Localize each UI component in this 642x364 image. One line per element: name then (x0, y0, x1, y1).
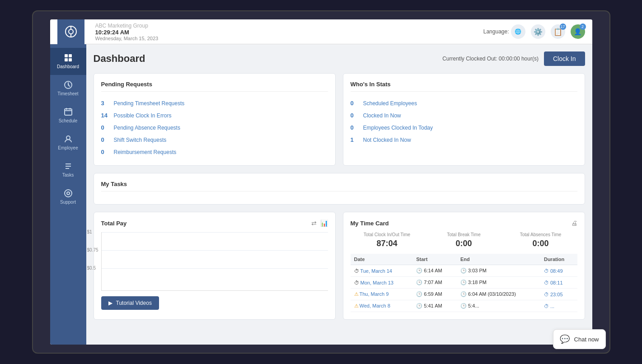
chart-line-1 (102, 232, 328, 233)
table-row: ⏱ Tue, March 14 🕒 6:14 AM 🕒 3:03 PM ⏱ 08… (351, 265, 577, 277)
table-row: ⚠Thu, March 9 🕒 6:59 AM 🕒 6:04 AM (03/10… (351, 289, 577, 300)
pending-requests-card: Pending Requests 3Pending Timesheet Requ… (94, 73, 336, 166)
row-duration: ⏱ ... (540, 300, 577, 312)
sidebar-label-timesheet: Timesheet (57, 91, 78, 97)
date-link[interactable]: Wed, March 8 (360, 303, 390, 308)
table-row: ⚠Wed, March 8 🕒 5:41 AM 🕒 5:4... ⏱ ... (351, 300, 577, 312)
duration-value: ⏱ ... (544, 303, 554, 309)
tc-stat: Total Absences Time0:00 (504, 232, 577, 248)
sidebar-item-schedule[interactable]: Schedule (50, 102, 86, 129)
request-label[interactable]: Pending Timesheet Requests (114, 100, 185, 107)
total-pay-card: Total Pay ⇄ 📊 $1 $0.75 $0.5 (94, 212, 336, 320)
language-label: Language: (483, 28, 509, 35)
pending-requests-list: 3Pending Timesheet Requests14Possible Cl… (101, 97, 328, 158)
stat-count: 0 (351, 100, 358, 107)
sidebar-item-support[interactable]: Support (50, 183, 86, 210)
total-pay-icons: ⇄ 📊 (311, 219, 328, 227)
stat-item: 0Scheduled Employees (351, 97, 577, 109)
bar-chart-icon[interactable]: 📊 (320, 219, 328, 227)
stat-label[interactable]: Not Clocked In Now (363, 137, 411, 143)
row-date: ⚠Thu, March 9 (351, 289, 413, 300)
page-title: Dashboard (94, 53, 443, 65)
chart-line-2 (102, 250, 328, 251)
timecard-tbody: ⏱ Tue, March 14 🕒 6:14 AM 🕒 3:03 PM ⏱ 08… (351, 265, 577, 312)
tc-stat-label: Total Absences Time (504, 232, 577, 237)
chat-widget[interactable]: 💬 Chat now (553, 329, 592, 345)
dashboard-header: Dashboard Currently Clocked Out: 00:00:0… (94, 51, 585, 66)
date-link[interactable]: Tue, March 14 (360, 268, 392, 274)
request-label[interactable]: Shift Switch Requests (114, 137, 167, 143)
chat-icon: 💬 (560, 334, 570, 344)
sidebar-item-tasks[interactable]: Tasks (50, 156, 86, 183)
date-link[interactable]: Mon, March 13 (361, 280, 394, 285)
svg-point-18 (67, 192, 70, 195)
topbar-right: Language: 🌐 ⚙️ 📋 17 👤 2 (483, 24, 585, 39)
bottom-row: Total Pay ⇄ 📊 $1 $0.75 $0.5 (94, 212, 585, 320)
row-end: 🕒 3:03 PM (457, 265, 540, 277)
stat-label[interactable]: Clocked In Now (363, 112, 401, 119)
sidebar-label-tasks: Tasks (62, 173, 74, 178)
print-icon[interactable]: 🖨 (571, 219, 577, 227)
row-duration: ⏱ 08:11 (540, 277, 577, 289)
tutorial-button[interactable]: ▶ Tutorial Videos (101, 296, 159, 310)
my-tasks-card: My Tasks (94, 173, 585, 205)
stat-label[interactable]: Scheduled Employees (363, 100, 417, 107)
clock-icon: ⏱ (354, 280, 361, 285)
request-count: 14 (101, 112, 108, 119)
svg-rect-9 (65, 109, 72, 115)
request-label[interactable]: Reimbursement Requests (114, 149, 177, 155)
row-start: 🕒 7:07 AM (412, 277, 457, 289)
col-date: Date (351, 254, 413, 265)
tc-stat: Total Break Time0:00 (427, 232, 501, 248)
tc-stat-value: 0:00 (427, 239, 501, 248)
request-count: 0 (101, 136, 108, 143)
tutorial-label: Tutorial Videos (116, 300, 152, 306)
current-time: 10:29:24 AM (95, 29, 159, 36)
request-label[interactable]: Possible Clock In Errors (114, 112, 172, 119)
stat-item: 0Employees Clocked In Today (351, 121, 577, 134)
request-label[interactable]: Pending Absence Requests (114, 125, 180, 131)
svg-point-1 (69, 29, 73, 34)
time-card-header: My Time Card 🖨 (351, 219, 577, 227)
row-end: 🕒 3:18 PM (457, 277, 540, 289)
language-selector[interactable]: Language: 🌐 (483, 24, 525, 39)
svg-rect-7 (69, 58, 72, 61)
stat-count: 0 (351, 124, 358, 131)
notifications-icon[interactable]: 📋 17 (551, 24, 565, 39)
avatar-badge: 2 (580, 23, 586, 30)
tc-stat-value: 87:04 (351, 239, 424, 248)
cards-row: Pending Requests 3Pending Timesheet Requ… (94, 73, 585, 166)
tutorial-icon: ▶ (108, 300, 112, 306)
sidebar-item-employee[interactable]: Employee (50, 129, 86, 156)
row-end: 🕒 6:04 AM (03/10/2023) (457, 289, 540, 300)
total-pay-header: Total Pay ⇄ 📊 (101, 219, 328, 227)
avatar[interactable]: 👤 2 (571, 24, 585, 39)
sidebar-item-timesheet[interactable]: Timesheet (50, 75, 86, 102)
request-item: 0Pending Absence Requests (101, 121, 328, 134)
datetime-display: ABC Marketing Group 10:29:24 AM Wednesda… (95, 23, 159, 41)
pending-requests-title: Pending Requests (101, 81, 328, 92)
globe-icon[interactable]: 🌐 (511, 24, 525, 39)
warn-icon: ⚠ (354, 303, 359, 308)
my-time-card: My Time Card 🖨 Total Clock In/Out Time87… (343, 212, 585, 320)
date-link[interactable]: Thu, March 9 (360, 291, 389, 297)
settings-icon[interactable]: ⚙️ (531, 24, 545, 39)
row-start: 🕒 5:41 AM (412, 300, 457, 312)
chart-toggle-icon[interactable]: ⇄ (311, 219, 317, 227)
chart-label-1: $1 (87, 229, 92, 234)
row-start: 🕒 6:14 AM (412, 265, 457, 277)
svg-rect-4 (65, 54, 68, 57)
row-date: ⚠Wed, March 8 (351, 300, 413, 312)
main-content: Dashboard Currently Clocked Out: 00:00:0… (86, 44, 592, 345)
sidebar-label-schedule: Schedule (59, 118, 78, 124)
col-end: End (457, 254, 540, 265)
stat-label[interactable]: Employees Clocked In Today (363, 125, 433, 131)
request-item: 0Reimbursement Requests (101, 146, 328, 158)
row-start: 🕒 6:59 AM (412, 289, 457, 300)
chart-label-3: $0.5 (87, 266, 96, 271)
stat-item: 1Not Clocked In Now (351, 134, 577, 146)
sidebar-item-dashboard[interactable]: Dashboard (50, 48, 86, 75)
timecard-table: Date Start End Duration ⏱ Tue, March 14 … (351, 254, 577, 312)
table-row: ⏱ Mon, March 13 🕒 7:07 AM 🕒 3:18 PM ⏱ 08… (351, 277, 577, 289)
clock-in-button[interactable]: Clock In (544, 51, 585, 66)
